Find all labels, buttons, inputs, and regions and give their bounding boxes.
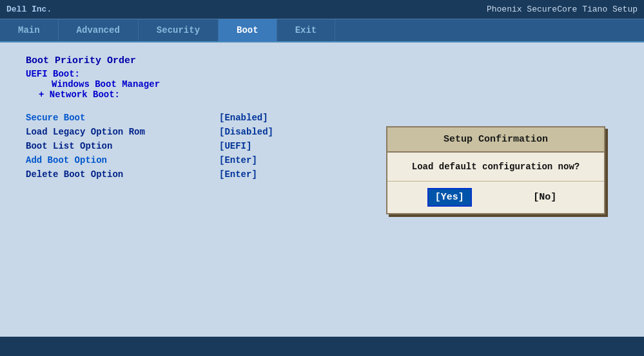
tab-security[interactable]: Security — [139, 19, 219, 41]
vendor-name: Dell Inc. — [6, 5, 52, 14]
main-content: Boot Priority Order UEFI Boot: Windows B… — [0, 42, 644, 337]
tab-advanced[interactable]: Advanced — [59, 19, 139, 41]
dialog-box: Setup Confirmation Load default configur… — [386, 126, 605, 214]
dialog-title: Setup Confirmation — [387, 127, 604, 153]
nav-tabs: Main Advanced Security Boot Exit — [0, 19, 644, 42]
status-bar — [0, 337, 644, 356]
tab-exit[interactable]: Exit — [277, 19, 336, 41]
top-bar: Dell Inc. Phoenix SecureCore Tiano Setup — [0, 0, 644, 19]
tab-boot[interactable]: Boot — [219, 19, 277, 41]
tab-main[interactable]: Main — [0, 19, 59, 41]
dialog-overlay: Setup Confirmation Load default configur… — [0, 42, 644, 337]
dialog-message: Load default configuration now? — [387, 153, 604, 182]
dialog-no-button[interactable]: [No] — [527, 189, 563, 205]
dialog-buttons: [Yes] [No] — [387, 182, 604, 213]
bios-name: Phoenix SecureCore Tiano Setup — [487, 5, 638, 14]
dialog-yes-button[interactable]: [Yes] — [429, 189, 471, 205]
